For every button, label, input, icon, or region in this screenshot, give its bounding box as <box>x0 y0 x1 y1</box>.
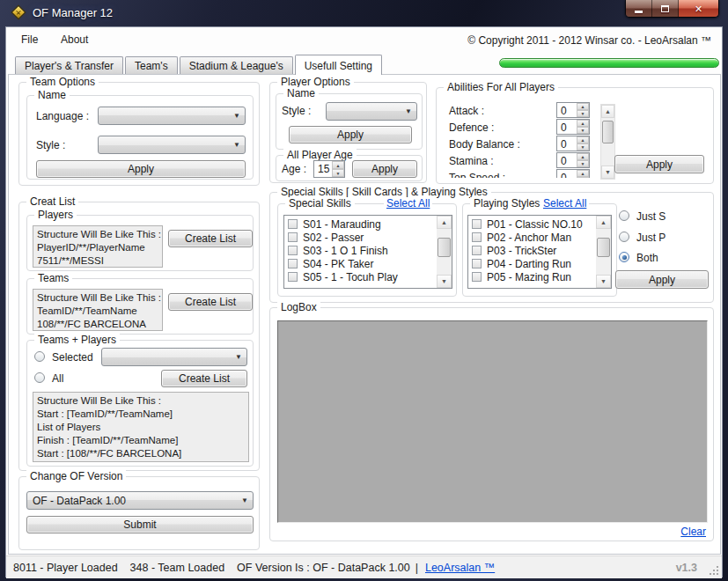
spin-up-icon[interactable]: ▲ <box>577 103 589 110</box>
maximize-button[interactable] <box>652 0 679 18</box>
spin-up-icon[interactable]: ▲ <box>577 136 589 143</box>
age-apply-button[interactable]: Apply <box>352 160 417 178</box>
group-title: Abilities For All Players <box>444 81 558 93</box>
spin-down-icon[interactable]: ▼ <box>577 177 589 178</box>
scrollbar-track[interactable] <box>596 229 611 275</box>
language-combobox[interactable]: ▼ <box>98 107 246 125</box>
tab-teams[interactable]: Team's <box>125 56 178 74</box>
minimize-button[interactable] <box>626 0 652 18</box>
ability-row: Top Speed : 0▲▼ <box>444 169 595 178</box>
list-item[interactable]: S05 - 1 - Tocuh Play <box>288 270 437 283</box>
spin-down-icon[interactable]: ▼ <box>577 127 589 134</box>
scroll-down-icon[interactable]: ▼ <box>596 275 611 288</box>
list-item[interactable]: P01 - Classic NO.10 <box>472 217 596 231</box>
spin-up-icon[interactable]: ▲ <box>577 153 589 160</box>
list-item[interactable]: P04 - Darting Run <box>472 257 596 270</box>
group-title: Teams <box>34 272 72 284</box>
scroll-up-icon[interactable]: ▲ <box>601 105 614 118</box>
scroll-down-icon[interactable]: ▼ <box>601 165 614 179</box>
close-button[interactable]: ✕ <box>679 0 718 18</box>
app-window: OF Manager 12 ✕ File About © Copyright 2… <box>0 0 728 581</box>
teams-create-list-button[interactable]: Create List <box>168 293 253 311</box>
playing-styles-items: P01 - Classic NO.10 P02 - Anchor Man P03… <box>468 216 596 288</box>
ability-stepper[interactable]: 0▲▼ <box>556 119 590 135</box>
checkbox-icon[interactable] <box>288 259 298 268</box>
checkbox-icon[interactable] <box>288 272 298 282</box>
skills-apply-button[interactable]: Apply <box>615 270 709 289</box>
checkbox-icon[interactable] <box>288 219 298 229</box>
log-output[interactable] <box>277 320 708 523</box>
tab-players-transfer[interactable]: Player's & Transfer <box>15 56 123 74</box>
player-style-combobox[interactable]: ▼ <box>326 102 417 121</box>
scrollbar-thumb[interactable] <box>602 121 614 143</box>
status-author-link[interactable]: LeoArsalan ™ <box>425 562 495 574</box>
playing-styles-select-all-link[interactable]: Select All <box>540 197 589 210</box>
players-create-list-button[interactable]: Create List <box>168 230 253 247</box>
scroll-up-icon[interactable]: ▲ <box>437 216 452 229</box>
both-radio[interactable] <box>619 252 629 262</box>
spin-down-icon[interactable]: ▼ <box>577 143 589 151</box>
special-skills-select-all-link[interactable]: Select All <box>384 197 432 210</box>
scrollbar-track[interactable] <box>601 118 614 165</box>
list-item[interactable]: S03 - 1 O 1 Finish <box>288 244 437 257</box>
just-p-radio[interactable] <box>619 232 629 242</box>
tab-stadium-leagues[interactable]: Stadium & League's <box>180 56 293 74</box>
all-radio[interactable] <box>34 372 45 383</box>
tabstrip: Player's & Transfer Team's Stadium & Lea… <box>15 54 384 74</box>
spin-up-icon[interactable]: ▲ <box>577 120 589 127</box>
list-item[interactable]: P03 - TrickSter <box>472 244 596 257</box>
age-value: 15 <box>314 161 332 177</box>
player-name-apply-button[interactable]: Apply <box>289 126 412 143</box>
scroll-up-icon[interactable]: ▲ <box>596 216 611 229</box>
abilities-apply-button[interactable]: Apply <box>614 155 704 173</box>
ability-stepper[interactable]: 0▲▼ <box>556 152 590 168</box>
checkbox-icon[interactable] <box>472 232 482 242</box>
spin-down-icon[interactable]: ▼ <box>577 160 589 167</box>
playing-styles-scrollbar[interactable]: ▲ ▼ <box>596 216 611 288</box>
chevron-down-icon: ▼ <box>229 141 245 149</box>
playing-styles-listbox[interactable]: P01 - Classic NO.10 P02 - Anchor Man P03… <box>467 215 612 289</box>
list-item[interactable]: S04 - PK Taker <box>288 257 437 270</box>
list-item[interactable]: S01 - Marauding <box>288 217 437 231</box>
ability-stepper[interactable]: 0▲▼ <box>556 169 590 178</box>
checkbox-icon[interactable] <box>472 246 482 255</box>
checkbox-icon[interactable] <box>288 246 298 255</box>
list-item[interactable]: S02 - Passer <box>288 231 437 244</box>
just-s-radio[interactable] <box>619 210 629 221</box>
list-item[interactable]: P02 - Anchor Man <box>472 231 596 244</box>
resize-grip[interactable] <box>709 565 719 576</box>
spin-up-icon[interactable]: ▲ <box>577 170 589 177</box>
selected-radio[interactable] <box>34 351 45 362</box>
scrollbar-thumb[interactable] <box>597 238 610 257</box>
list-item[interactable]: P05 - Mazing Run <box>472 270 596 283</box>
special-skills-listbox[interactable]: S01 - Marauding S02 - Passer S03 - 1 O 1… <box>283 215 452 289</box>
scroll-down-icon[interactable]: ▼ <box>437 275 452 288</box>
of-version-combobox-value: OF - DataPack 1.00 <box>27 495 237 507</box>
submit-button[interactable]: Submit <box>26 516 254 533</box>
teams-players-create-list-button[interactable]: Create List <box>161 370 247 387</box>
ability-stepper[interactable]: 0▲▼ <box>556 102 590 118</box>
team-name-apply-button[interactable]: Apply <box>36 160 246 178</box>
abilities-scrollbar[interactable]: ▲ ▼ <box>600 104 615 180</box>
scrollbar-thumb[interactable] <box>438 238 451 257</box>
checkbox-icon[interactable] <box>288 232 298 242</box>
selected-team-combobox[interactable]: ▼ <box>101 348 247 366</box>
scrollbar-track[interactable] <box>437 229 452 275</box>
menu-about[interactable]: About <box>55 32 94 48</box>
team-style-combobox[interactable]: ▼ <box>98 136 246 154</box>
group-title: Team Options <box>26 76 99 88</box>
checkbox-icon[interactable] <box>472 272 482 282</box>
checkbox-icon[interactable] <box>472 259 482 268</box>
spin-up-icon[interactable]: ▲ <box>332 161 344 169</box>
menu-file[interactable]: File <box>15 32 44 48</box>
ability-value: 0 <box>557 103 577 117</box>
checkbox-icon[interactable] <box>472 219 482 229</box>
ability-stepper[interactable]: 0▲▼ <box>556 136 590 151</box>
spin-down-icon[interactable]: ▼ <box>332 169 344 177</box>
special-skills-scrollbar[interactable]: ▲ ▼ <box>437 216 452 288</box>
spin-down-icon[interactable]: ▼ <box>577 110 589 117</box>
of-version-combobox[interactable]: OF - DataPack 1.00 ▼ <box>26 491 254 510</box>
log-clear-link[interactable]: Clear <box>680 526 706 538</box>
age-stepper[interactable]: 15 ▲▼ <box>313 160 345 178</box>
tab-usefull-setting[interactable]: Usefull Setting <box>295 55 382 75</box>
